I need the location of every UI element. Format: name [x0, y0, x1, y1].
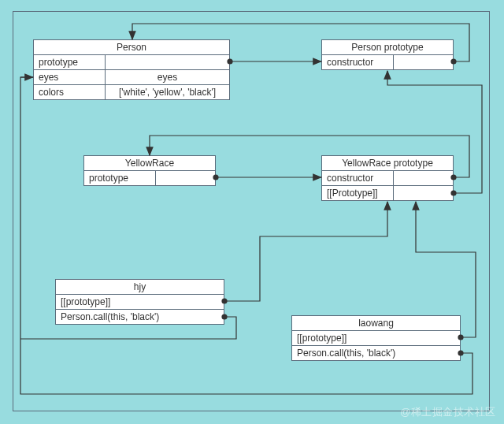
box-title: Person: [34, 40, 229, 55]
box-person-prototype: Person prototype constructor: [321, 39, 454, 70]
box-title: laowang: [292, 316, 460, 331]
box-hjy: hjy [[prototype]] Person.call(this, 'bla…: [55, 279, 224, 325]
box-title: YellowRace prototype: [322, 156, 453, 171]
box-laowang: laowang [[prototype]] Person.call(this, …: [291, 315, 461, 361]
box-person: Person prototype eyeseyes colors['white'…: [33, 39, 230, 100]
box-yellowrace: YellowRace prototype: [83, 155, 216, 186]
box-title: hjy: [56, 280, 224, 295]
box-yellowrace-prototype: YellowRace prototype constructor [[Proto…: [321, 155, 454, 201]
box-title: Person prototype: [322, 40, 453, 55]
box-title: YellowRace: [84, 156, 215, 171]
watermark: @稀土掘金技术社区: [400, 405, 496, 419]
diagram-canvas: Person prototype eyeseyes colors['white'…: [0, 0, 504, 424]
